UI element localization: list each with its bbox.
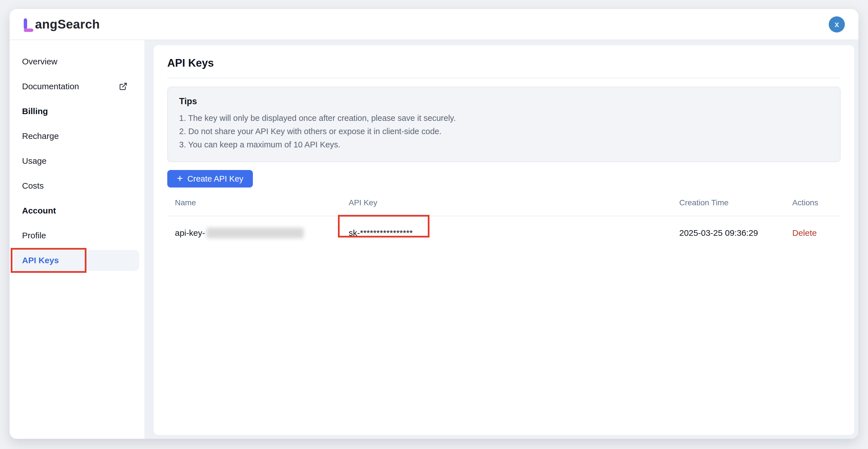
- user-avatar[interactable]: x: [829, 17, 845, 32]
- external-link-icon: [119, 82, 127, 91]
- sidebar-item-recharge[interactable]: Recharge: [10, 124, 144, 149]
- create-api-key-button[interactable]: + Create API Key: [167, 170, 253, 188]
- sidebar-item-profile[interactable]: Profile: [10, 223, 144, 248]
- column-header-actions: Actions: [792, 198, 840, 207]
- sidebar-item-usage[interactable]: Usage: [10, 149, 144, 173]
- plus-icon: +: [177, 173, 183, 184]
- sidebar-section-billing: Billing: [10, 99, 144, 124]
- sidebar-item-costs[interactable]: Costs: [10, 173, 144, 198]
- masked-api-key: sk-****************: [349, 228, 413, 237]
- tips-box: Tips 1. The key will only be displayed o…: [167, 87, 841, 162]
- api-key-value-cell: sk-****************: [349, 228, 679, 238]
- sidebar-section-account: Account: [10, 198, 144, 223]
- column-header-api-key: API Key: [349, 198, 679, 207]
- top-header: angSearch x: [10, 9, 858, 40]
- delete-link[interactable]: Delete: [792, 228, 817, 237]
- table-header-row: Name API Key Creation Time Actions: [167, 195, 840, 216]
- sidebar-item-api-keys[interactable]: API Keys: [13, 250, 139, 271]
- api-keys-table: Name API Key Creation Time Actions api-k…: [167, 195, 840, 238]
- content-area: Overview Documentation Billing Recharge: [10, 40, 858, 439]
- create-api-key-label: Create API Key: [187, 174, 243, 184]
- logo-l-icon: [23, 17, 33, 32]
- key-name-prefix: api-key-: [175, 228, 205, 238]
- avatar-letter: x: [834, 20, 839, 29]
- app-window: angSearch x Overview Documentation: [10, 9, 858, 439]
- logo-text: angSearch: [35, 17, 100, 31]
- sidebar-item-documentation[interactable]: Documentation: [10, 74, 144, 99]
- table-row: api-key- sk-**************** 2025-03-25 …: [167, 216, 840, 238]
- page-title: API Keys: [167, 57, 841, 69]
- title-divider: [167, 78, 841, 78]
- langsearch-logo[interactable]: angSearch: [23, 17, 100, 32]
- column-header-name: Name: [167, 198, 349, 207]
- main-wrapper: API Keys Tips 1. The key will only be di…: [144, 40, 858, 439]
- actions-cell: Delete: [792, 228, 840, 238]
- tips-heading: Tips: [179, 96, 829, 106]
- column-header-creation-time: Creation Time: [679, 198, 792, 207]
- tips-line-3: 3. You can keep a maximum of 10 API Keys…: [179, 138, 829, 151]
- key-name-cell: api-key-: [167, 228, 349, 238]
- creation-time-cell: 2025-03-25 09:36:29: [679, 228, 792, 238]
- sidebar-item-overview[interactable]: Overview: [10, 49, 144, 74]
- tips-line-1: 1. The key will only be displayed once a…: [179, 111, 829, 125]
- redacted-name-blur: [206, 228, 304, 238]
- tips-line-2: 2. Do not share your API Key with others…: [179, 125, 829, 138]
- sidebar-nav: Overview Documentation Billing Recharge: [10, 40, 144, 439]
- main-panel: API Keys Tips 1. The key will only be di…: [154, 45, 854, 435]
